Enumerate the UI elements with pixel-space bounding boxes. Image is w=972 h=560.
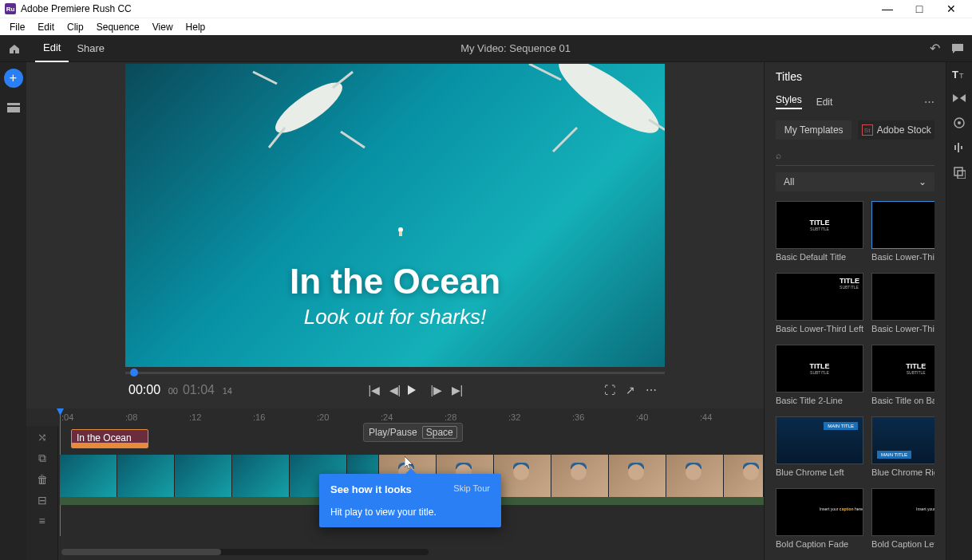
delete-button[interactable]: 🗑 <box>37 473 48 486</box>
current-time: 00:00 00 <box>128 382 178 397</box>
panel-tab-edit[interactable]: Edit <box>816 97 833 108</box>
template-card[interactable]: TITLESUBTITLEBasic Lower-Third Ri... <box>871 273 934 337</box>
color-tool-button[interactable] <box>953 116 966 129</box>
panel-more-button[interactable]: ⋯ <box>924 96 934 108</box>
template-label: Basic Lower-Third Ri... <box>871 324 934 333</box>
duration-time: 01:04 14 <box>183 382 232 397</box>
coach-body: Hit play to view your title. <box>330 507 490 518</box>
window-close-button[interactable]: ✕ <box>935 2 967 15</box>
step-forward-button[interactable]: |▶ <box>426 384 447 396</box>
template-label: Blue Chrome Left <box>776 467 863 477</box>
step-back-button[interactable]: ◀| <box>385 384 405 396</box>
shuffle-button[interactable]: ⤭ <box>38 431 47 444</box>
template-card[interactable]: TITLESUBTITLEBasic Lower-Third Left <box>776 273 863 337</box>
timeline-toolbar: ⤭ ⧉ 🗑 ⊟ ≡ <box>26 426 58 560</box>
template-card[interactable]: TITLESUBTITLEBasic Title 2-Line <box>776 345 863 408</box>
go-to-start-button[interactable]: |◀ <box>364 384 385 396</box>
panel-tab-styles[interactable]: Styles <box>776 94 802 109</box>
menu-sequence[interactable]: Sequence <box>90 20 146 34</box>
coach-skip-link[interactable]: Skip Tour <box>453 483 490 495</box>
play-tooltip: Play/Pause Space <box>363 423 463 442</box>
svg-rect-17 <box>954 145 956 150</box>
loop-button[interactable]: ↗ <box>620 384 641 396</box>
project-panel-button[interactable] <box>5 99 22 116</box>
menu-file[interactable]: File <box>3 20 31 34</box>
tooltip-shortcut: Space <box>422 426 457 439</box>
my-templates-button[interactable]: My Templates <box>776 120 851 140</box>
svg-rect-21 <box>958 171 966 179</box>
menu-edit[interactable]: Edit <box>31 20 61 34</box>
app-logo-icon: Ru <box>5 3 16 14</box>
right-toolbar: TT <box>946 62 972 560</box>
stock-icon: St <box>862 124 873 136</box>
svg-rect-1 <box>7 107 20 112</box>
svg-rect-19 <box>961 146 962 149</box>
template-label: Basic Title on Backg... <box>871 396 934 405</box>
video-preview[interactable]: In the Ocean Look out for sharks! <box>125 64 665 367</box>
coach-popup: See how it looks Skip Tour Hit play to v… <box>319 474 501 527</box>
svg-rect-18 <box>958 143 959 152</box>
template-card[interactable]: TITLESUBTITLEBasic Lower-Third C... <box>871 201 934 265</box>
left-toolbar: + <box>0 62 26 560</box>
comment-icon[interactable] <box>951 43 964 54</box>
template-card[interactable]: TITLESUBTITLEBasic Default Title <box>776 201 863 265</box>
audio-tool-button[interactable] <box>953 142 966 153</box>
adobe-stock-button[interactable]: StAdobe Stock <box>858 120 934 140</box>
more-options-button[interactable]: ⋯ <box>641 384 662 396</box>
home-icon[interactable] <box>8 42 21 55</box>
template-grid: TITLESUBTITLEBasic Default TitleTITLESUB… <box>776 201 934 552</box>
template-card[interactable]: TITLESUBTITLEBasic Title on Backg... <box>871 345 934 408</box>
go-to-end-button[interactable]: ▶| <box>447 384 468 396</box>
expand-tracks-button[interactable]: ⊟ <box>38 494 47 507</box>
menu-view[interactable]: View <box>146 20 180 34</box>
undo-icon[interactable]: ↶ <box>930 41 940 56</box>
add-media-button[interactable]: + <box>4 69 23 88</box>
svg-rect-20 <box>954 168 962 175</box>
menu-clip[interactable]: Clip <box>61 20 90 34</box>
svg-line-8 <box>529 64 561 80</box>
scrubber-playhead[interactable] <box>130 369 138 377</box>
template-label: Basic Lower-Third C... <box>871 252 934 262</box>
svg-line-6 <box>333 72 353 88</box>
menu-help[interactable]: Help <box>180 20 212 34</box>
transitions-tool-button[interactable] <box>953 93 966 104</box>
transform-tool-button[interactable] <box>953 166 966 179</box>
boat-graphic <box>237 68 381 164</box>
track-list-button[interactable]: ≡ <box>38 515 45 527</box>
coach-title: See how it looks <box>330 483 412 495</box>
svg-line-4 <box>341 132 365 148</box>
svg-text:T: T <box>952 69 958 80</box>
titles-panel: Titles Styles Edit ⋯ My Templates StAdob… <box>764 62 946 560</box>
svg-rect-12 <box>399 231 402 236</box>
document-title: My Video: Sequence 01 <box>113 42 919 54</box>
timeline-scrollbar[interactable] <box>61 549 429 555</box>
svg-text:T: T <box>959 72 964 80</box>
appbar: Edit Share My Video: Sequence 01 ↶ <box>0 35 972 62</box>
chevron-down-icon: ⌄ <box>919 176 927 187</box>
tooltip-label: Play/Pause <box>369 427 417 438</box>
scrubber[interactable] <box>125 372 665 374</box>
fullscreen-button[interactable]: ⛶ <box>599 384 620 396</box>
template-label: Bold Caption Left-to... <box>871 539 934 549</box>
tab-share[interactable]: Share <box>69 35 113 62</box>
swimmer-graphic <box>395 226 406 237</box>
tab-edit[interactable]: Edit <box>35 35 69 62</box>
template-filter-dropdown[interactable]: All ⌄ <box>776 172 934 191</box>
window-minimize-button[interactable]: — <box>871 2 903 15</box>
template-card[interactable]: MAIN TITLEBlue Chrome Left <box>776 416 863 480</box>
window-maximize-button[interactable]: □ <box>903 2 935 15</box>
template-label: Basic Default Title <box>776 252 863 262</box>
titles-tool-button[interactable]: TT <box>952 69 966 80</box>
title-line1: In the Ocean <box>125 262 665 302</box>
duplicate-button[interactable]: ⧉ <box>38 452 46 465</box>
center-area: In the Ocean Look out for sharks! 00:00 … <box>26 62 764 560</box>
title-line2: Look out for sharks! <box>125 305 665 329</box>
template-card[interactable]: Insert your caption hereBold Caption Fad… <box>776 488 863 552</box>
title-clip[interactable]: In the Ocean <box>71 429 148 448</box>
svg-line-3 <box>253 72 277 84</box>
play-button[interactable] <box>405 385 426 396</box>
scrollbar-handle[interactable] <box>61 549 221 555</box>
template-search-input[interactable] <box>784 146 934 165</box>
template-card[interactable]: MAIN TITLEBlue Chrome Right <box>871 416 934 480</box>
template-card[interactable]: Insert your caption hereBold Caption Lef… <box>871 488 934 552</box>
